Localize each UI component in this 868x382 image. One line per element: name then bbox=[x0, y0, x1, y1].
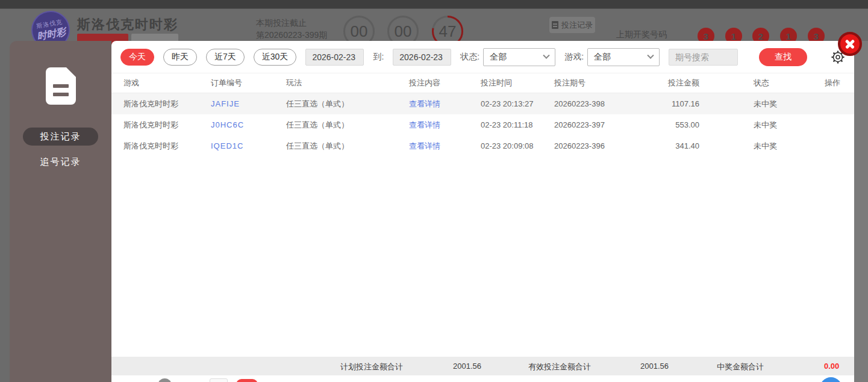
cell-game: 斯洛伐克时时彩 bbox=[123, 99, 211, 109]
col-order-id: 订单编号 bbox=[211, 78, 286, 88]
cell-period: 20260223-396 bbox=[554, 141, 639, 150]
period-search-input[interactable] bbox=[669, 49, 738, 66]
game-label: 游戏: bbox=[564, 52, 584, 63]
bet-records-modal: 今天 昨天 近7天 近30天 2026-02-23 到: 2026-02-23 … bbox=[111, 41, 854, 382]
col-status: 状态 bbox=[699, 78, 806, 88]
page-title: 斯洛伐克时时彩 bbox=[77, 16, 178, 34]
valid-total-value: 2001.56 bbox=[640, 362, 669, 371]
page-number-input[interactable] bbox=[210, 378, 228, 382]
view-details-link[interactable]: 查看详情 bbox=[409, 120, 481, 131]
col-amount: 投注金额 bbox=[639, 78, 699, 88]
cell-status: 未中奖 bbox=[699, 141, 806, 152]
countdown-minutes-value: 00 bbox=[395, 22, 412, 41]
date-from-input[interactable]: 2026-02-23 bbox=[305, 49, 364, 66]
search-button[interactable]: 查找 bbox=[759, 48, 807, 66]
status-select[interactable]: 全部 bbox=[483, 48, 555, 66]
col-content: 投注内容 bbox=[409, 78, 481, 88]
last-draw-label: 上期开奖号码 bbox=[616, 29, 667, 40]
countdown-hours-value: 00 bbox=[351, 22, 368, 41]
empty-area bbox=[111, 156, 854, 357]
current-period-label: 第20260223-399期 bbox=[256, 30, 327, 41]
bet-record-button[interactable]: 投注记录 bbox=[549, 17, 595, 33]
cell-play: 任三直选（单式） bbox=[286, 120, 409, 131]
order-id-link[interactable]: JAFIJE bbox=[211, 99, 286, 108]
cell-time: 02-23 20:09:08 bbox=[481, 141, 554, 150]
bet-record-button-label: 投注记录 bbox=[561, 20, 593, 31]
game-select[interactable]: 全部 bbox=[587, 48, 660, 66]
view-details-link[interactable]: 查看详情 bbox=[409, 99, 481, 109]
records-drawer: 投注记录 追号记录 bbox=[10, 41, 111, 382]
order-id-link[interactable]: J0HC6C bbox=[211, 120, 286, 129]
go-page-button[interactable] bbox=[236, 379, 258, 382]
win-total-label: 中奖金额合计 bbox=[717, 362, 764, 372]
table-body: 斯洛伐克时时彩 JAFIJE 任三直选（单式） 查看详情 02-23 20:13… bbox=[111, 93, 854, 156]
sidebar-item-chase-records[interactable]: 追号记录 bbox=[23, 153, 98, 171]
range-30days-button[interactable]: 近30天 bbox=[254, 49, 297, 66]
col-operation: 操作 bbox=[806, 78, 840, 88]
cell-period: 20260223-398 bbox=[554, 99, 639, 108]
game-select-value: 全部 bbox=[594, 52, 611, 63]
cell-amount: 553.00 bbox=[639, 120, 699, 129]
cell-play: 任三直选（单式） bbox=[286, 141, 409, 152]
plan-total-value: 2001.56 bbox=[453, 362, 481, 371]
chevron-down-icon bbox=[647, 52, 654, 58]
cell-time: 02-23 20:13:27 bbox=[481, 99, 554, 108]
plan-total-label: 计划投注金额合计 bbox=[340, 362, 403, 372]
cell-game: 斯洛伐克时时彩 bbox=[123, 141, 211, 152]
chevron-down-icon bbox=[543, 52, 550, 58]
to-label: 到: bbox=[373, 52, 384, 63]
filter-bar: 今天 昨天 近7天 近30天 2026-02-23 到: 2026-02-23 … bbox=[111, 41, 854, 73]
close-icon[interactable] bbox=[838, 32, 862, 56]
deadline-label: 本期投注截止 bbox=[256, 18, 307, 29]
records-icon bbox=[46, 67, 76, 105]
win-total-value: 0.00 bbox=[824, 362, 839, 371]
col-play: 玩法 bbox=[286, 78, 409, 88]
date-to-input[interactable]: 2026-02-23 bbox=[393, 49, 451, 66]
range-today-button[interactable]: 今天 bbox=[120, 49, 154, 66]
cell-status: 未中奖 bbox=[699, 99, 806, 109]
sidebar-item-label: 追号记录 bbox=[40, 156, 81, 168]
table-row: 斯洛伐克时时彩 J0HC6C 任三直选（单式） 查看详情 02-23 20:11… bbox=[111, 114, 854, 135]
sidebar-item-bet-records[interactable]: 投注记录 bbox=[23, 128, 98, 146]
document-icon bbox=[552, 21, 558, 29]
range-7days-button[interactable]: 近7天 bbox=[206, 49, 245, 66]
sidebar-item-label: 投注记录 bbox=[40, 131, 81, 143]
cell-game: 斯洛伐克时时彩 bbox=[123, 120, 211, 131]
col-period: 投注期号 bbox=[554, 78, 639, 88]
table-row: 斯洛伐克时时彩 IQED1C 任三直选（单式） 查看详情 02-23 20:09… bbox=[111, 135, 854, 156]
cell-period: 20260223-397 bbox=[554, 120, 639, 129]
range-yesterday-button[interactable]: 昨天 bbox=[163, 49, 197, 66]
summary-bar: 计划投注金额合计 2001.56 有效投注金额合计 2001.56 中奖金额合计… bbox=[111, 357, 854, 375]
cell-status: 未中奖 bbox=[699, 120, 806, 131]
overlay-right-strip bbox=[854, 41, 868, 382]
cell-time: 02-23 20:11:18 bbox=[481, 120, 554, 129]
col-game: 游戏 bbox=[123, 78, 211, 88]
table-row: 斯洛伐克时时彩 JAFIJE 任三直选（单式） 查看详情 02-23 20:13… bbox=[111, 93, 854, 114]
cell-amount: 1107.16 bbox=[639, 99, 699, 108]
table-header: 游戏 订单编号 玩法 投注内容 投注时间 投注期号 投注金额 状态 操作 bbox=[111, 73, 854, 93]
screen: 斯洛伐克 时时彩 斯洛伐克时时彩 本期投注截止 第20260223-399期 0… bbox=[0, 0, 868, 382]
status-select-value: 全部 bbox=[490, 52, 507, 63]
valid-total-label: 有效投注金额合计 bbox=[528, 362, 591, 372]
view-details-link[interactable]: 查看详情 bbox=[409, 141, 481, 152]
order-id-link[interactable]: IQED1C bbox=[211, 141, 286, 150]
cell-amount: 341.40 bbox=[639, 141, 699, 150]
status-label: 状态: bbox=[460, 52, 479, 63]
col-time: 投注时间 bbox=[481, 78, 554, 88]
cell-play: 任三直选（单式） bbox=[286, 99, 409, 109]
